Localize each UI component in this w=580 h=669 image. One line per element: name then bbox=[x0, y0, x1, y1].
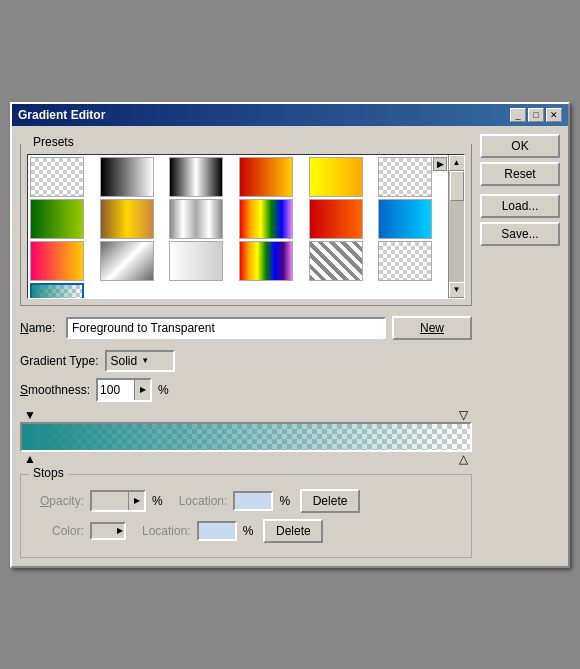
title-bar-buttons: _ □ ✕ bbox=[510, 108, 562, 122]
preset-item[interactable] bbox=[30, 157, 84, 197]
preset-item[interactable] bbox=[169, 157, 223, 197]
preset-item[interactable] bbox=[239, 241, 293, 281]
ok-button[interactable]: OK bbox=[480, 134, 560, 158]
opacity-stop-right[interactable]: ▽ bbox=[459, 408, 468, 422]
color-location-input[interactable] bbox=[197, 521, 237, 541]
gradient-editor-window: Gradient Editor _ □ ✕ Presets ▶ bbox=[10, 102, 570, 568]
color-location-label: Location: bbox=[142, 524, 191, 538]
scroll-thumb[interactable] bbox=[450, 171, 464, 201]
delete-opacity-button[interactable]: Delete bbox=[300, 489, 360, 513]
opacity-location-input[interactable] bbox=[233, 491, 273, 511]
color-stop-left[interactable]: ▲ bbox=[24, 452, 36, 466]
smoothness-unit: % bbox=[158, 383, 169, 397]
presets-label: Presets bbox=[29, 135, 78, 149]
gradient-overlay bbox=[22, 424, 470, 450]
preset-item[interactable] bbox=[169, 241, 223, 281]
opacity-spinbox[interactable]: ▶ bbox=[90, 490, 146, 512]
opacity-location-label: Location: bbox=[179, 494, 228, 508]
left-panel: Presets ▶ bbox=[20, 134, 472, 558]
name-input[interactable] bbox=[66, 317, 386, 339]
gradient-type-dropdown[interactable]: Solid ▼ bbox=[105, 350, 175, 372]
gradient-bar-container: ▼ ▽ ▲ △ bbox=[20, 408, 472, 466]
preset-item[interactable] bbox=[378, 199, 432, 239]
scroll-down-arrow[interactable]: ▼ bbox=[449, 282, 465, 298]
preset-item[interactable] bbox=[309, 241, 363, 281]
scroll-up-arrow[interactable]: ▲ bbox=[449, 155, 465, 171]
gradient-stops-bottom: ▲ △ bbox=[20, 452, 472, 466]
stops-group: Stops Opacity: ▶ % Location: % Delete bbox=[20, 474, 472, 558]
color-label: Color: bbox=[29, 524, 84, 538]
content-area: Presets ▶ bbox=[12, 126, 568, 566]
gradient-type-row: Gradient Type: Solid ▼ bbox=[20, 350, 472, 372]
color-location-unit: % bbox=[243, 524, 254, 538]
save-button[interactable]: Save... bbox=[480, 222, 560, 246]
stops-group-label: Stops bbox=[29, 466, 68, 480]
preset-item[interactable] bbox=[30, 283, 84, 298]
gradient-stops-top: ▼ ▽ bbox=[20, 408, 472, 422]
presets-group: Presets ▶ bbox=[20, 144, 472, 306]
color-swatch[interactable]: ▶ bbox=[90, 522, 126, 540]
opacity-location-unit: % bbox=[279, 494, 290, 508]
preset-item[interactable] bbox=[378, 241, 432, 281]
smoothness-row: Smoothness: ▶ % bbox=[20, 378, 472, 402]
opacity-unit: % bbox=[152, 494, 163, 508]
preset-item[interactable] bbox=[378, 157, 432, 197]
opacity-stop-left[interactable]: ▼ bbox=[24, 408, 36, 422]
preset-item[interactable] bbox=[100, 199, 154, 239]
preset-item[interactable] bbox=[100, 241, 154, 281]
opacity-input[interactable] bbox=[92, 492, 128, 510]
color-row: Color: ▶ Location: % Delete bbox=[29, 519, 463, 543]
smoothness-input[interactable] bbox=[98, 380, 134, 400]
maximize-button[interactable]: □ bbox=[528, 108, 544, 122]
preset-item[interactable] bbox=[169, 199, 223, 239]
name-label: Name: bbox=[20, 321, 60, 335]
color-swatch-arrow-icon: ▶ bbox=[117, 526, 123, 535]
dropdown-arrow-icon: ▼ bbox=[141, 356, 149, 365]
gradient-type-value: Solid bbox=[111, 354, 138, 368]
window-title: Gradient Editor bbox=[18, 108, 105, 122]
minimize-button[interactable]: _ bbox=[510, 108, 526, 122]
smoothness-spinbox[interactable]: ▶ bbox=[96, 378, 152, 402]
gradient-bar[interactable] bbox=[20, 422, 472, 452]
preset-item[interactable] bbox=[30, 199, 84, 239]
color-stop-right[interactable]: △ bbox=[459, 452, 468, 466]
preset-item[interactable] bbox=[100, 157, 154, 197]
opacity-row: Opacity: ▶ % Location: % Delete bbox=[29, 489, 463, 513]
presets-scrollbar[interactable]: ▲ ▼ bbox=[448, 155, 464, 298]
delete-color-button[interactable]: Delete bbox=[263, 519, 323, 543]
right-panel: OK Reset Load... Save... bbox=[480, 134, 560, 558]
presets-area: ▶ bbox=[27, 154, 465, 299]
opacity-label: Opacity: bbox=[29, 494, 84, 508]
gradient-type-label: Gradient Type: bbox=[20, 354, 99, 368]
new-button[interactable]: New bbox=[392, 316, 472, 340]
preset-item[interactable] bbox=[30, 241, 84, 281]
load-button[interactable]: Load... bbox=[480, 194, 560, 218]
preset-item[interactable] bbox=[309, 157, 363, 197]
preset-item[interactable] bbox=[239, 199, 293, 239]
preset-item[interactable] bbox=[239, 157, 293, 197]
opacity-increment-btn[interactable]: ▶ bbox=[128, 492, 144, 510]
reset-button[interactable]: Reset bbox=[480, 162, 560, 186]
preset-item[interactable] bbox=[309, 199, 363, 239]
name-row: Name: New bbox=[20, 316, 472, 340]
smoothness-label: Smoothness: bbox=[20, 383, 90, 397]
presets-grid bbox=[28, 155, 448, 298]
close-button[interactable]: ✕ bbox=[546, 108, 562, 122]
gradient-section: Gradient Type: Solid ▼ Smoothness: ▶ % bbox=[20, 350, 472, 558]
scroll-track[interactable] bbox=[449, 171, 464, 282]
title-bar: Gradient Editor _ □ ✕ bbox=[12, 104, 568, 126]
smoothness-increment-btn[interactable]: ▶ bbox=[134, 380, 150, 400]
presets-menu-arrow[interactable]: ▶ bbox=[433, 157, 447, 171]
